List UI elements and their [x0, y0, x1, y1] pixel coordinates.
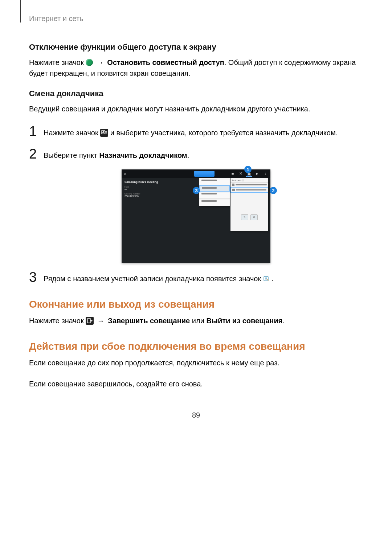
arrow-icon: →: [97, 58, 106, 66]
svg-rect-2: [102, 132, 104, 133]
para-disable-sharing: Нажмите значок → Остановить совместный д…: [29, 57, 363, 79]
menu-item-make-presenter: Назначить докладчиком: [99, 151, 187, 159]
text: .: [282, 317, 285, 325]
panel-settings-button: ⚙: [250, 214, 258, 220]
text: .: [271, 275, 274, 283]
back-icon: <: [124, 171, 127, 177]
para-change-presenter-intro: Ведущий совещания и докладчик могут назн…: [29, 103, 363, 114]
side-rule: [20, 0, 21, 22]
mic-icon: ✕: [238, 171, 244, 176]
text: и выберите участника, которого требуется…: [110, 129, 338, 137]
heading-disable-sharing: Отключение функции общего доступа к экра…: [29, 42, 363, 52]
text: Нажмите значок: [44, 129, 100, 137]
text: .: [187, 151, 189, 159]
screenshot-figure: < ■ ✕ ▣ ▸ ⋮ Samsung Kim's meeting Host —…: [29, 169, 363, 263]
number-value: 256 849 986: [124, 195, 172, 197]
context-menu: [199, 178, 230, 206]
callout-2: 2: [270, 187, 277, 194]
more-icon: ⋮: [262, 171, 268, 176]
para-end-meeting: Нажмите значок → Завершить совещание или…: [29, 315, 363, 326]
menu-item: [199, 180, 230, 185]
step-text: Выберите пункт Назначить докладчиком.: [44, 147, 189, 161]
svg-point-1: [103, 131, 104, 132]
panel-action-button: ✎: [241, 214, 248, 220]
app-screenshot: < ■ ✕ ▣ ▸ ⋮ Samsung Kim's meeting Host —…: [122, 169, 270, 263]
text: Выберите пункт: [44, 151, 99, 159]
step-text: Рядом с названием учетной записи докладч…: [44, 270, 274, 284]
participants-icon: [100, 129, 108, 137]
meeting-title: Samsung Kim's meeting: [124, 180, 172, 184]
step-number: 2: [29, 147, 44, 161]
menu-item-end-meeting: Завершить совещание: [108, 317, 190, 325]
step-text: Нажмите значок и выберите участника, кот…: [44, 124, 338, 138]
participant-row: [230, 182, 268, 187]
video-icon: ■: [230, 171, 236, 176]
heading-change-presenter: Смена докладчика: [29, 89, 363, 98]
page-number: 89: [29, 411, 363, 419]
callout-1: 1: [244, 166, 252, 173]
step-1: 1 Нажмите значок и выберите участника, к…: [29, 124, 363, 138]
panel-buttons: ✎ ⚙: [230, 214, 268, 220]
svg-point-4: [265, 278, 267, 279]
menu-item: [199, 200, 230, 206]
exit-icon: ▸: [254, 171, 260, 176]
text: Рядом с названием учетной записи докладч…: [44, 275, 263, 283]
heading-end-meeting: Окончание или выход из совещания: [29, 299, 363, 310]
participant-row-selected: [230, 187, 268, 193]
para-reconnect: Если совещание до сих пор продолжается, …: [29, 357, 363, 368]
exit-meeting-icon: [86, 317, 94, 325]
menu-item-stop-sharing: Остановить совместный доступ: [107, 58, 224, 66]
menu-item: [199, 193, 230, 199]
text: или: [192, 317, 207, 325]
text: Нажмите значок: [29, 58, 86, 66]
participants-panel: Participants (2) ✎ ⚙: [230, 178, 268, 231]
screenshot-share-tab: [194, 171, 215, 177]
share-stop-icon: [86, 59, 93, 66]
step-2: 2 Выберите пункт Назначить докладчиком.: [29, 147, 363, 161]
host-value: —: [124, 188, 172, 190]
step-3: 3 Рядом с названием учетной записи докла…: [29, 270, 363, 284]
breadcrumb: Интернет и сеть: [29, 15, 363, 23]
text: Нажмите значок: [29, 317, 86, 325]
step-number: 1: [29, 124, 44, 138]
arrow-icon: →: [97, 317, 107, 325]
menu-item-leave-meeting: Выйти из совещания: [206, 317, 282, 325]
panel-header: Participants (2): [230, 178, 268, 182]
presenter-badge-icon: [263, 276, 270, 282]
callout-3: 3: [193, 187, 200, 194]
svg-rect-5: [87, 319, 90, 323]
screenshot-sidebar: Samsung Kim's meeting Host — Meeting num…: [124, 180, 172, 197]
step-number: 3: [29, 270, 44, 284]
heading-connection-fail: Действия при сбое подключения во время с…: [29, 341, 363, 352]
para-recreate: Если совещание завершилось, создайте его…: [29, 378, 363, 389]
manual-page: Интернет и сеть Отключение функции общег…: [0, 0, 392, 434]
menu-item-selected: [199, 185, 230, 192]
